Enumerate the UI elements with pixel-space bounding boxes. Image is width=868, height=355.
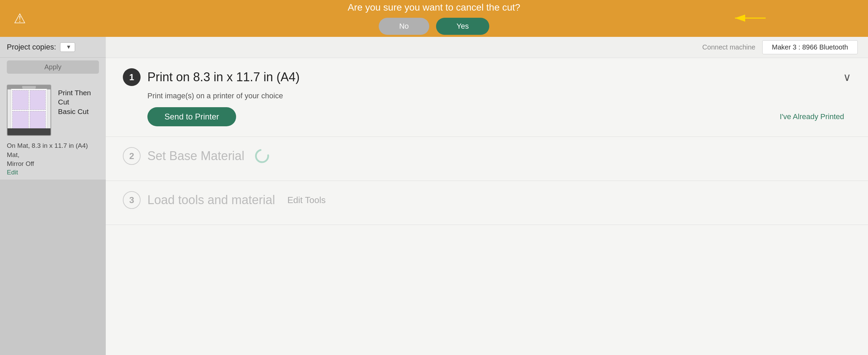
item-type-line2: Cut bbox=[58, 98, 69, 106]
item-details: On Mat, 8.3 in x 11.7 in (A4) Mat, Mirro… bbox=[7, 141, 99, 169]
step1-subtitle: Print image(s) on a printer of your choi… bbox=[147, 91, 851, 100]
step3-title: Load tools and material bbox=[147, 193, 275, 207]
step1-section: 1 Print on 8.3 in x 11.7 in (A4) ∨ Print… bbox=[106, 58, 868, 137]
step1-title: Print on 8.3 in x 11.7 in (A4) bbox=[147, 70, 300, 84]
item-type-line1: Print Then bbox=[58, 89, 91, 97]
step1-action-row: Send to Printer I've Already Printed bbox=[123, 107, 851, 126]
sidebar-bottom-area bbox=[0, 180, 106, 355]
mat-cell-2 bbox=[30, 90, 46, 110]
mat-bottom-bar bbox=[8, 128, 50, 135]
sidebar: Project copies: ▼ Apply bbox=[0, 37, 106, 355]
right-content: Connect machine Maker 3 : 8966 Bluetooth… bbox=[106, 37, 868, 355]
no-button[interactable]: No bbox=[379, 18, 429, 35]
copies-dropdown-arrow: ▼ bbox=[66, 44, 71, 50]
yes-button[interactable]: Yes bbox=[436, 18, 489, 35]
warning-icon: ⚠ bbox=[14, 11, 26, 26]
mat-cell-4 bbox=[30, 111, 46, 131]
item-type-line3: Basic Cut bbox=[58, 108, 89, 115]
banner-buttons: No Yes bbox=[379, 18, 489, 35]
project-copies-label: Project copies: bbox=[7, 43, 56, 52]
step3-section: 3 Load tools and material Edit Tools bbox=[106, 181, 868, 225]
step2-number: 2 bbox=[123, 147, 141, 165]
step2-section: 2 Set Base Material bbox=[106, 137, 868, 181]
main-area: Project copies: ▼ Apply bbox=[0, 37, 868, 355]
step2-header: 2 Set Base Material bbox=[123, 147, 851, 165]
step2-spinner-icon bbox=[255, 148, 270, 164]
mat-thumbnail bbox=[7, 85, 51, 136]
item-details-line2: Mirror Off bbox=[7, 160, 34, 167]
mat-cell-1 bbox=[12, 90, 29, 110]
step3-number: 3 bbox=[123, 191, 141, 209]
svg-point-2 bbox=[256, 150, 268, 162]
already-printed-link[interactable]: I've Already Printed bbox=[780, 112, 844, 121]
step2-title: Set Base Material bbox=[147, 149, 244, 163]
step1-chevron[interactable]: ∨ bbox=[843, 71, 851, 84]
banner-content: Are you sure you want to cancel the cut?… bbox=[348, 2, 520, 35]
yes-arrow-indicator bbox=[732, 10, 772, 27]
item-details-line1: On Mat, 8.3 in x 11.7 in (A4) Mat, bbox=[7, 142, 88, 158]
cancel-question-text: Are you sure you want to cancel the cut? bbox=[348, 2, 520, 13]
step1-header: 1 Print on 8.3 in x 11.7 in (A4) ∨ bbox=[123, 68, 851, 86]
item-details-section: On Mat, 8.3 in x 11.7 in (A4) Mat, Mirro… bbox=[0, 141, 106, 180]
apply-row: Apply bbox=[0, 58, 106, 79]
step1-number: 1 bbox=[123, 68, 141, 86]
mat-clip-notch bbox=[22, 86, 36, 89]
header-row: Connect machine Maker 3 : 8966 Bluetooth bbox=[106, 37, 868, 58]
apply-button[interactable]: Apply bbox=[7, 60, 99, 74]
item-type: Print Then Cut Basic Cut bbox=[58, 88, 91, 116]
project-copies-section: Project copies: ▼ bbox=[0, 37, 106, 58]
sidebar-item-card: Print Then Cut Basic Cut bbox=[0, 79, 106, 141]
edit-tools-label[interactable]: Edit Tools bbox=[287, 195, 326, 205]
item-edit-link[interactable]: Edit bbox=[7, 169, 99, 176]
sidebar-item-info: Print Then Cut Basic Cut bbox=[58, 85, 91, 116]
step3-header: 3 Load tools and material Edit Tools bbox=[123, 191, 851, 209]
connect-machine-label: Connect machine bbox=[702, 43, 755, 51]
machine-selector[interactable]: Maker 3 : 8966 Bluetooth bbox=[762, 40, 858, 54]
cancel-banner: ⚠ Are you sure you want to cancel the cu… bbox=[0, 0, 868, 37]
send-to-printer-button[interactable]: Send to Printer bbox=[147, 107, 236, 126]
mat-cell-3 bbox=[12, 111, 29, 131]
copies-dropdown[interactable]: ▼ bbox=[60, 42, 75, 52]
mat-inner bbox=[11, 89, 47, 132]
